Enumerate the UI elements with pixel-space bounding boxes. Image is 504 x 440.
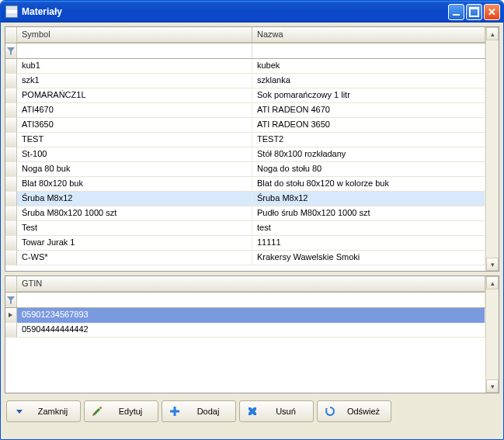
close-button[interactable] xyxy=(484,4,500,20)
titlebar[interactable]: Materiały xyxy=(1,1,503,23)
gtin-grid-header: GTIN xyxy=(5,276,485,293)
gtin-rows: 0590123456789305904444444442 xyxy=(5,308,485,393)
table-row[interactable]: C-WS*Krakersy Wawelskie Smoki xyxy=(5,251,485,265)
materials-grid-header: Symbol Nazwa xyxy=(5,27,485,43)
cell-nazwa: Stół 80x100 rozkładany xyxy=(252,147,485,162)
cell-nazwa: szklanka xyxy=(252,74,485,88)
add-icon xyxy=(169,405,181,417)
gtin-filter-row xyxy=(5,293,485,308)
scroll-up-icon[interactable]: ▴ xyxy=(486,27,499,40)
filter-input-nazwa[interactable] xyxy=(252,43,485,58)
table-row[interactable]: Śruba M8x12Śruba M8x12 xyxy=(5,192,485,206)
cell-nazwa: test xyxy=(252,221,485,236)
cell-nazwa: kubek xyxy=(252,59,485,74)
table-row[interactable]: Blat 80x120 bukBlat do stołu 80x120 w ko… xyxy=(5,177,485,192)
column-header-symbol[interactable]: Symbol xyxy=(17,27,252,43)
table-row[interactable]: Noga 80 bukNoga do stołu 80 xyxy=(5,162,485,177)
row-indicator xyxy=(5,103,17,118)
row-indicator xyxy=(5,323,17,338)
row-indicator xyxy=(5,74,17,88)
materials-grid-panel: Symbol Nazwa kub1kubekszk1szklankaPOMARA… xyxy=(5,26,499,272)
cell-nazwa: Śruba M8x12 xyxy=(252,192,485,206)
cell-symbol: Blat 80x120 buk xyxy=(17,177,252,192)
row-indicator xyxy=(5,59,17,74)
row-indicator xyxy=(5,88,17,103)
scroll-down-icon[interactable]: ▾ xyxy=(486,379,499,393)
gtin-grid-panel: GTIN 0590123456789305904444444442 ▴ ▾ xyxy=(5,275,499,393)
row-indicator xyxy=(5,251,17,265)
cell-symbol: szk1 xyxy=(17,74,252,88)
gtin-scrollbar[interactable]: ▴ ▾ xyxy=(485,276,499,393)
filter-icon xyxy=(7,47,15,55)
row-header-corner xyxy=(5,276,17,292)
table-row[interactable]: TESTTEST2 xyxy=(5,133,485,147)
table-row[interactable]: 05904444444442 xyxy=(5,323,485,338)
table-row[interactable]: Śruba M80x120 1000 sztPudło śrub M80x120… xyxy=(5,206,485,221)
cell-symbol: Test xyxy=(17,221,252,236)
table-row[interactable]: kub1kubek xyxy=(5,59,485,74)
filter-input-symbol[interactable] xyxy=(17,43,252,58)
dodaj-button[interactable]: Dodaj xyxy=(162,400,236,422)
row-indicator xyxy=(5,133,17,147)
toolbar: Zamknij Edytuj Dodaj Usuń Odśwież xyxy=(5,397,499,424)
cell-nazwa: Krakersy Wawelskie Smoki xyxy=(252,251,485,265)
filter-input-gtin[interactable] xyxy=(17,293,485,307)
app-icon xyxy=(5,5,18,18)
dropdown-arrow-icon xyxy=(13,405,26,417)
maximize-button[interactable] xyxy=(466,4,482,20)
row-indicator xyxy=(5,192,17,206)
delete-icon xyxy=(246,405,259,417)
row-indicator xyxy=(5,118,17,133)
client-area: Symbol Nazwa kub1kubekszk1szklankaPOMARA… xyxy=(1,23,503,439)
cell-symbol: ATI3650 xyxy=(17,118,252,133)
zamknij-button[interactable]: Zamknij xyxy=(6,400,81,422)
refresh-icon xyxy=(324,405,336,417)
table-row[interactable]: ATI4670ATI RADEON 4670 xyxy=(5,103,485,118)
table-row[interactable]: St-100Stół 80x100 rozkładany xyxy=(5,147,485,162)
cell-symbol: Śruba M80x120 1000 szt xyxy=(17,206,252,221)
scroll-up-icon[interactable]: ▴ xyxy=(486,276,499,289)
materials-scrollbar[interactable]: ▴ ▾ xyxy=(485,27,499,271)
row-indicator xyxy=(5,308,17,323)
table-row[interactable]: Testtest xyxy=(5,221,485,236)
cell-symbol: kub1 xyxy=(17,59,252,74)
app-window: Materiały Symbol Nazwa kub1kubekszk1 xyxy=(0,0,504,440)
row-indicator xyxy=(5,162,17,177)
table-row[interactable]: 05901234567893 xyxy=(5,308,485,323)
cell-symbol: C-WS* xyxy=(17,251,252,265)
cell-symbol: Towar Jurak 1 xyxy=(17,236,252,251)
odswiez-button[interactable]: Odśwież xyxy=(317,400,391,422)
cell-nazwa: Sok pomarańczowy 1 litr xyxy=(252,88,485,103)
table-row[interactable]: Towar Jurak 111111 xyxy=(5,236,485,251)
column-header-nazwa[interactable]: Nazwa xyxy=(252,27,485,43)
cell-symbol: Noga 80 buk xyxy=(17,162,252,177)
minimize-button[interactable] xyxy=(448,4,464,20)
edytuj-button[interactable]: Edytuj xyxy=(84,400,158,422)
table-row[interactable]: ATI3650ATI RADEON 3650 xyxy=(5,118,485,133)
svg-rect-0 xyxy=(99,406,102,409)
row-indicator xyxy=(5,236,17,251)
row-indicator xyxy=(5,147,17,162)
cell-nazwa: Noga do stołu 80 xyxy=(252,162,485,177)
filter-icon xyxy=(7,296,15,304)
table-row[interactable]: szk1szklanka xyxy=(5,74,485,88)
row-header-corner xyxy=(5,27,17,43)
window-title: Materiały xyxy=(22,6,448,17)
cell-symbol: POMARAŃCZ1L xyxy=(17,88,252,103)
row-indicator xyxy=(5,206,17,221)
materials-filter-row xyxy=(5,43,485,59)
cell-nazwa: 11111 xyxy=(252,236,485,251)
cell-symbol: Śruba M8x12 xyxy=(17,192,252,206)
column-header-gtin[interactable]: GTIN xyxy=(17,276,485,292)
cell-symbol: TEST xyxy=(17,133,252,147)
cell-nazwa: ATI RADEON 4670 xyxy=(252,103,485,118)
scroll-down-icon[interactable]: ▾ xyxy=(486,258,499,271)
edit-icon xyxy=(91,405,103,417)
row-indicator xyxy=(5,221,17,236)
gtin-grid[interactable]: GTIN 0590123456789305904444444442 xyxy=(5,276,485,393)
table-row[interactable]: POMARAŃCZ1LSok pomarańczowy 1 litr xyxy=(5,88,485,103)
cell-nazwa: TEST2 xyxy=(252,133,485,147)
cell-nazwa: Blat do stołu 80x120 w kolorze buk xyxy=(252,177,485,192)
materials-grid[interactable]: Symbol Nazwa kub1kubekszk1szklankaPOMARA… xyxy=(5,27,485,271)
usun-button[interactable]: Usuń xyxy=(239,400,314,422)
